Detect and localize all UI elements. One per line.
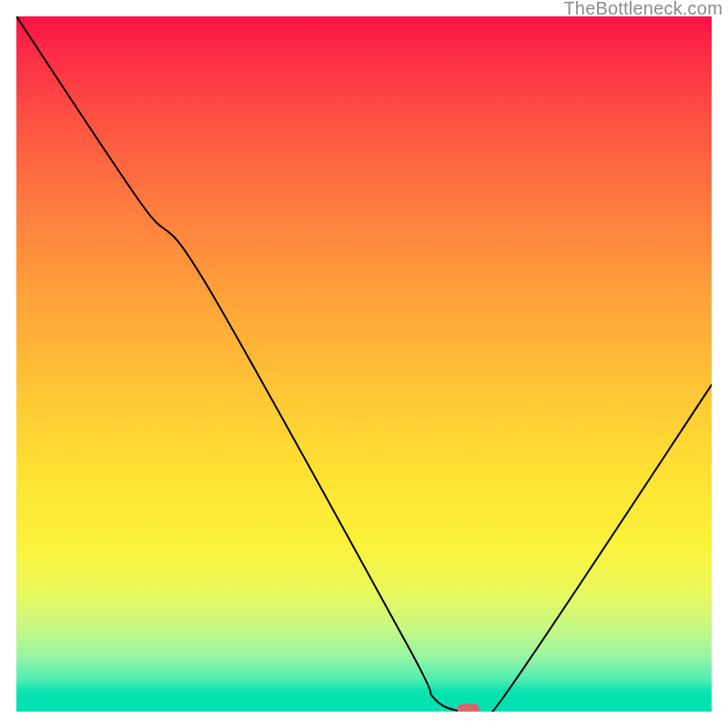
plot-area — [16, 16, 712, 712]
chart-container: TheBottleneck.com — [0, 0, 728, 728]
bottleneck-curve — [16, 16, 712, 712]
curve-svg — [16, 16, 712, 712]
min-marker — [458, 703, 480, 712]
